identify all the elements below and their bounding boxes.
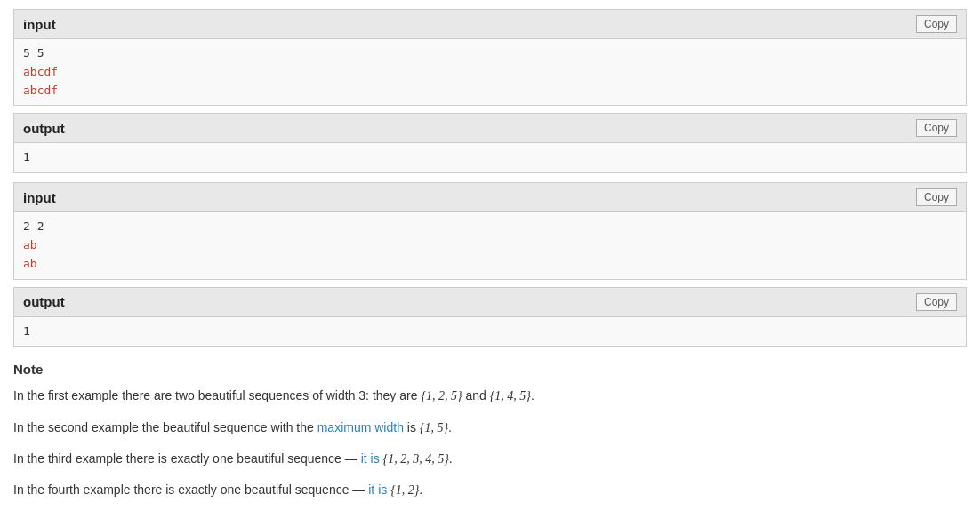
example2-input-line3: ab [23, 255, 957, 274]
note-para4-math: {1, 2} [390, 483, 419, 497]
example1-output-header: output Copy [14, 114, 966, 143]
example2-input-line2: ab [23, 236, 957, 255]
example2-input-line1: 2 2 [23, 218, 957, 236]
example1-input-line1: 5 5 [23, 44, 957, 63]
note-para3-highlight: it is [361, 451, 380, 466]
example1-output-copy-button[interactable]: Copy [916, 119, 957, 137]
note-para4-period: . [419, 482, 422, 497]
example2-output-line1: 1 [23, 323, 957, 341]
example1-input-line3: abcdf [23, 82, 957, 100]
note-para3-prefix: In the third example there is exactly on… [13, 451, 361, 466]
note-para1-and: and [462, 388, 490, 402]
example1-input-content: 5 5 abcdf abcdf [14, 39, 966, 105]
example1-input-header: input Copy [14, 10, 966, 39]
example2-input-copy-button[interactable]: Copy [916, 188, 957, 206]
example2-input-content: 2 2 ab ab [14, 212, 966, 278]
note-title: Note [13, 357, 967, 381]
note-para2-highlight: maximum width [317, 420, 404, 434]
note-para2-mid: is [404, 420, 420, 434]
example2-output-block: output Copy 1 [13, 287, 967, 347]
example1-input-copy-button[interactable]: Copy [916, 15, 957, 33]
note-para4-prefix: In the fourth example there is exactly o… [13, 482, 368, 497]
note-para1-prefix: In the first example there are two beaut… [13, 388, 421, 402]
note-para3: In the third example there is exactly on… [13, 448, 967, 470]
note-para1-math2: {1, 4, 5} [490, 389, 531, 402]
example1-input-label: input [23, 17, 56, 32]
note-para1: In the first example there are two beaut… [13, 385, 967, 407]
note-para4-highlight: it is [368, 482, 387, 497]
note-para2-math: {1, 5} [420, 421, 448, 434]
note-section: Note In the first example there are two … [13, 357, 967, 501]
example1-input-block: input Copy 5 5 abcdf abcdf [13, 9, 967, 106]
example2-input-header: input Copy [14, 183, 966, 212]
example1-input-line2: abcdf [23, 63, 957, 82]
note-para3-period: . [449, 451, 453, 466]
example1-output-line1: 1 [23, 148, 957, 167]
note-para1-math1: {1, 2, 5} [421, 389, 462, 402]
example2-output-content: 1 [14, 317, 966, 347]
example2-output-copy-button[interactable]: Copy [916, 293, 957, 311]
example2-output-label: output [23, 294, 65, 309]
example1-output-block: output Copy 1 [13, 113, 967, 173]
example2-input-block: input Copy 2 2 ab ab [13, 182, 967, 279]
example1-output-label: output [23, 121, 65, 136]
example2-input-label: input [23, 190, 56, 205]
note-para1-period: . [531, 388, 534, 402]
note-para4: In the fourth example there is exactly o… [13, 479, 967, 501]
note-para2: In the second example the beautiful sequ… [13, 417, 967, 439]
example2-output-header: output Copy [14, 288, 966, 317]
note-para2-period: . [448, 420, 452, 434]
note-para2-prefix: In the second example the beautiful sequ… [13, 420, 317, 434]
note-para3-math: {1, 2, 3, 4, 5} [383, 452, 449, 466]
example1-output-content: 1 [14, 143, 966, 172]
